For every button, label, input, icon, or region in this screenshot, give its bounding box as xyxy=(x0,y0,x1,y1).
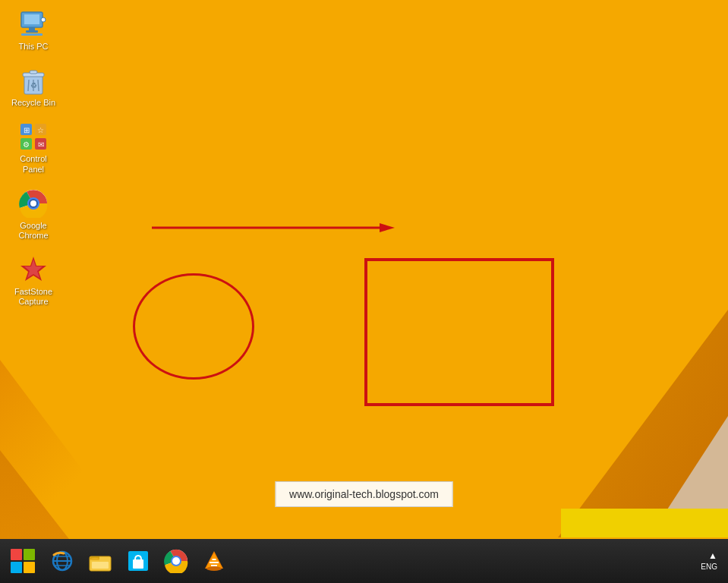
svg-point-47 xyxy=(206,566,222,571)
control-panel-svg: ⊞ ☆ ⚙ ✉ xyxy=(19,122,48,151)
chrome-taskbar-svg xyxy=(164,549,188,573)
control-panel-label: Control Panel xyxy=(9,154,58,174)
start-sq-yellow xyxy=(24,562,35,573)
file-explorer-svg xyxy=(88,549,112,573)
vlc-svg xyxy=(202,549,226,573)
recycle-bin-icon-img: ♻ xyxy=(18,65,49,96)
start-icon xyxy=(6,544,39,578)
this-pc-svg xyxy=(18,11,49,38)
start-sq-green xyxy=(24,549,35,560)
this-pc-icon[interactable]: This PC xyxy=(6,6,61,55)
control-panel-icon-img: ⊞ ☆ ⚙ ✉ xyxy=(18,121,49,152)
svg-marker-28 xyxy=(380,223,395,232)
svg-rect-36 xyxy=(92,562,109,569)
recycle-bin-icon[interactable]: ♻ Recycle Bin xyxy=(6,62,61,111)
desktop-icons: This PC ♻ Recyc xyxy=(6,6,61,310)
svg-line-9 xyxy=(28,80,29,91)
svg-rect-1 xyxy=(24,14,39,24)
svg-text:⊞: ⊞ xyxy=(24,126,30,134)
taskbar: ▲ ENG xyxy=(0,539,728,583)
ie-svg xyxy=(50,549,74,573)
svg-point-24 xyxy=(30,200,36,206)
tray-time: ▲ ENG xyxy=(701,550,717,572)
watermark: www.original-tech.blogspot.com xyxy=(275,481,453,507)
file-explorer-taskbar-icon[interactable] xyxy=(82,542,118,580)
desktop: This PC ♻ Recyc xyxy=(0,0,728,583)
chrome-taskbar-icon[interactable] xyxy=(158,542,194,580)
control-panel-icon[interactable]: ⊞ ☆ ⚙ ✉ Control Panel xyxy=(6,118,61,177)
wallpaper-yellow-bar xyxy=(561,509,728,537)
vlc-taskbar-icon[interactable] xyxy=(196,542,232,580)
svg-text:♻: ♻ xyxy=(30,81,37,90)
chrome-svg xyxy=(19,189,48,218)
svg-text:✉: ✉ xyxy=(38,140,44,149)
recycle-bin-label: Recycle Bin xyxy=(11,98,55,108)
annotation-rect xyxy=(364,258,554,406)
faststone-svg xyxy=(19,255,48,284)
svg-text:☆: ☆ xyxy=(37,126,44,134)
system-tray: ▲ ENG xyxy=(701,550,725,572)
store-taskbar-icon[interactable] xyxy=(120,542,156,580)
store-svg xyxy=(126,549,150,573)
faststone-label: FastStoneCapture xyxy=(14,287,52,307)
ie-taskbar-icon[interactable] xyxy=(44,542,80,580)
start-button[interactable] xyxy=(3,542,43,580)
arrow-svg xyxy=(152,220,395,235)
svg-line-11 xyxy=(38,80,39,91)
google-chrome-icon-img xyxy=(18,188,49,219)
svg-point-41 xyxy=(172,557,180,565)
faststone-icon[interactable]: FastStoneCapture xyxy=(6,251,61,310)
start-sq-red xyxy=(11,549,22,560)
google-chrome-icon[interactable]: Google Chrome xyxy=(6,185,61,244)
svg-rect-2 xyxy=(29,27,35,30)
svg-rect-8 xyxy=(30,71,37,74)
svg-rect-38 xyxy=(133,559,143,569)
this-pc-icon-img xyxy=(18,9,49,39)
svg-text:⚙: ⚙ xyxy=(23,140,30,149)
google-chrome-label: Google Chrome xyxy=(9,221,58,241)
this-pc-label: This PC xyxy=(18,42,48,52)
svg-point-5 xyxy=(41,17,46,22)
watermark-text: www.original-tech.blogspot.com xyxy=(289,488,439,500)
annotation-circle xyxy=(133,273,254,380)
svg-rect-4 xyxy=(21,33,43,36)
annotation-arrow xyxy=(152,220,395,235)
faststone-icon-img xyxy=(18,254,49,285)
start-sq-blue xyxy=(11,562,22,573)
svg-rect-3 xyxy=(26,30,38,33)
recycle-bin-svg: ♻ xyxy=(20,65,47,96)
